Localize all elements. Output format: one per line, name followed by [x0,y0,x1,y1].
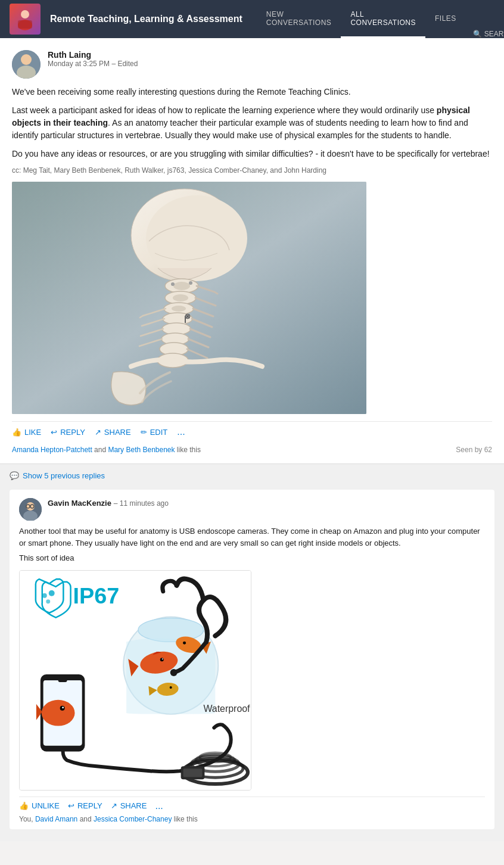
share-label: SHARE [104,428,131,437]
svg-point-44 [183,641,186,644]
like-button[interactable]: 👍 LIKE [12,428,41,437]
like-label: LIKE [24,428,41,437]
post-body: We've been receiving some really interes… [12,86,492,160]
show-previous-replies[interactable]: 💬 Show 5 previous replies [10,471,494,480]
svg-point-39 [138,618,203,642]
reply-paragraph-2: This sort of idea [19,552,485,564]
svg-point-34 [42,593,47,598]
search-icon: 🔍 [473,30,482,38]
nav-all-conversations[interactable]: ALL CONVERSATIONS [341,0,425,38]
reply-button[interactable]: ↩ REPLY [51,428,85,437]
reply-item: Gavin MacKenzie – 11 minutes ago Another… [10,490,494,829]
svg-point-13 [171,282,175,286]
svg-point-35 [49,590,55,596]
svg-rect-62 [183,768,203,777]
nav-files[interactable]: FILES [425,0,466,38]
svg-point-12 [189,281,192,285]
search-label: SEARCH [484,30,504,38]
unlike-icon: 👍 [19,801,29,810]
post-time: Monday at 3:25 PM – Edited [48,60,138,68]
reply-actions: 👍 UNLIKE ↩ REPLY ↗ SHARE ... [19,796,485,811]
svg-text:IP67: IP67 [73,583,120,608]
post-author: Ruth Laing [48,50,138,60]
app-title: Remote Teaching, Learning & Assessment [50,14,242,24]
seen-count: Seen by 62 [456,446,492,454]
svg-rect-3 [18,20,32,29]
post-cc: cc: Meg Tait, Mary Beth Benbenek, Ruth W… [12,166,492,175]
replies-section: 💬 Show 5 previous replies [0,463,504,841]
like-icon: 👍 [12,428,21,437]
svg-point-36 [46,599,50,603]
svg-point-41 [160,658,164,661]
share-button[interactable]: ↗ SHARE [95,428,131,437]
speech-bubble-icon: 💬 [10,471,19,480]
post-skeleton-image [12,182,366,414]
post-paragraph-2: Last week a participant asked for ideas … [12,104,492,142]
reply-share-label: SHARE [120,801,147,810]
svg-point-11 [173,282,190,290]
post-p2-before: Last week a participant asked for ideas … [12,105,437,115]
reply-like-person-2[interactable]: Jessica Comber-Chaney [94,815,172,823]
app-logo [10,4,41,35]
logo-image [10,4,41,35]
svg-point-5 [21,54,32,65]
nav-search[interactable]: 🔍 SEARCH [466,30,504,38]
reply-icon: ↩ [51,428,57,437]
main-post: Ruth Laing Monday at 3:25 PM – Edited We… [0,38,504,463]
nav-new-conversations[interactable]: NEW CONVERSATIONS [257,0,341,38]
svg-text:Waterproof: Waterproof [203,703,250,713]
reply-time: – 11 minutes ago [114,499,169,508]
svg-point-46 [170,686,172,688]
reply-likes-you: You, [19,815,35,823]
edit-label: EDIT [150,428,168,437]
reply-avatar [19,498,42,521]
unlike-button[interactable]: 👍 UNLIKE [19,801,60,810]
svg-point-54 [62,707,64,708]
post-likes: Amanda Hepton-Patchett and Mary Beth Ben… [12,446,492,454]
reply-meta: Gavin MacKenzie – 11 minutes ago [48,498,169,508]
unlike-label: UNLIKE [32,801,60,810]
svg-point-15 [173,294,188,301]
svg-rect-55 [58,679,67,682]
likes-names: Amanda Hepton-Patchett and Mary Beth Ben… [12,446,201,454]
svg-point-1 [21,10,29,18]
more-options-button[interactable]: ... [177,427,185,437]
reply-share-icon: ↗ [111,801,117,810]
reply-author: Gavin MacKenzie [48,499,111,508]
post-paragraph-1: We've been receiving some really interes… [12,86,492,98]
reply-reply-label: REPLY [77,801,102,810]
reply-header: Gavin MacKenzie – 11 minutes ago [19,498,485,521]
like-person-2[interactable]: Mary Beth Benbenek [108,446,175,454]
reply-label: REPLY [60,428,85,437]
share-icon: ↗ [95,428,101,437]
main-content: Ruth Laing Monday at 3:25 PM – Edited We… [0,38,504,841]
edit-icon: ✏ [141,428,147,437]
reply-endoscope-image: IP67 [19,570,251,791]
reply-likes: You, David Amann and Jessica Comber-Chan… [19,815,485,823]
svg-point-42 [162,658,163,659]
svg-point-52 [42,699,75,726]
show-previous-label: Show 5 previous replies [23,471,105,480]
reply-reply-icon: ↩ [68,801,74,810]
author-avatar [12,50,41,79]
post-header: Ruth Laing Monday at 3:25 PM – Edited [12,50,492,79]
post-time-text: Monday at 3:25 PM [48,60,110,68]
reply-time-text: 11 minutes ago [120,499,169,508]
svg-point-17 [172,306,186,312]
reply-paragraph-1: Another tool that may be useful for anat… [19,525,485,549]
reply-reply-button[interactable]: ↩ REPLY [68,801,102,810]
post-edited: Edited [117,60,138,68]
reply-body: Another tool that may be useful for anat… [19,525,485,564]
reply-like-person-1[interactable]: David Amann [35,815,77,823]
post-actions: 👍 LIKE ↩ REPLY ↗ SHARE ✏ EDIT ... [12,421,492,442]
post-meta: Ruth Laing Monday at 3:25 PM – Edited [48,50,138,68]
reply-share-button[interactable]: ↗ SHARE [111,801,147,810]
app-header: Remote Teaching, Learning & Assessment N… [0,0,504,38]
edit-button[interactable]: ✏ EDIT [141,428,168,437]
post-paragraph-3: Do you have any ideas or resources, or a… [12,148,492,160]
reply-more-button[interactable]: ... [155,801,163,811]
like-person-1[interactable]: Amanda Hepton-Patchett [12,446,92,454]
main-nav: NEW CONVERSATIONS ALL CONVERSATIONS FILE… [257,0,504,38]
